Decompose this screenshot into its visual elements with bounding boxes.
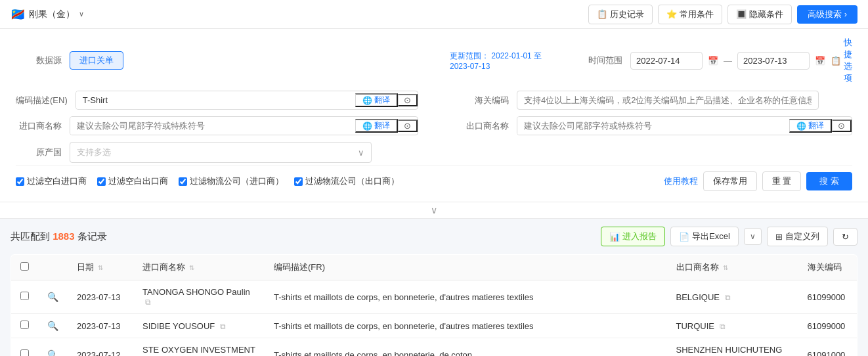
row-importer-copy-icon[interactable]: ⧉ (145, 298, 151, 307)
reset-button[interactable]: 重 置 (762, 171, 802, 191)
checkbox-filter-importer[interactable]: 过滤空白进口商 (16, 175, 87, 187)
calendar-start-icon[interactable]: 📅 (708, 56, 718, 66)
exporter-translate-button[interactable]: 🌐 翻译 (789, 119, 832, 133)
row-checkbox-cell (11, 280, 39, 314)
results-count: 共匹配到 1883 条记录 (11, 231, 107, 243)
results-prefix: 共匹配到 (11, 231, 50, 242)
th-desc-label: 编码描述(FR) (274, 262, 325, 272)
row-checkbox-cell (11, 314, 39, 338)
row-datasource-date: 数据源 进口关单 更新范围： 2022-01-01 至 2023-07-13 时… (16, 37, 852, 84)
exporter-copy-button[interactable]: ⊙ (832, 120, 852, 132)
datasource-section: 数据源 进口关单 (16, 51, 418, 70)
row-checkbox[interactable] (20, 292, 29, 300)
row-exporter-name: TURQUIE (676, 321, 715, 331)
region-selector[interactable]: 🇨🇩 刚果（金） ∨ (11, 7, 84, 22)
history-label: 历史记录 (610, 9, 644, 20)
th-date-sort[interactable]: 日期 ⇅ (77, 261, 124, 273)
checkbox-filter-logistics-import[interactable]: 过滤物流公司（进口商） (179, 175, 284, 187)
export-excel-button[interactable]: 📄 导出Excel (670, 227, 739, 246)
export-dropdown-button[interactable]: ∨ (744, 228, 762, 245)
checkbox-filter-logistics-export-input[interactable] (294, 177, 303, 186)
row-date: 2023-07-13 (68, 280, 133, 314)
origin-select[interactable]: 支持多选 ∨ (70, 142, 372, 163)
common-conditions-button[interactable]: ⭐ 常用条件 (658, 5, 722, 24)
checkbox-filter-logistics-import-input[interactable] (179, 177, 187, 186)
row-desc-hs: 编码描述(EN) 🌐 翻译 ⊙ 海关编码 (16, 91, 852, 110)
exporter-input[interactable] (517, 117, 789, 135)
quick-select-link[interactable]: 📋 快捷选项 (831, 37, 852, 84)
th-checkbox (11, 255, 39, 280)
results-actions: 📊 进入报告 📄 导出Excel ∨ ⊞ 自定义列 ↻ (601, 227, 857, 246)
tutorial-link[interactable]: 使用教程 (664, 175, 698, 187)
th-hs-label: 海关编码 (808, 262, 842, 272)
row-search-icon[interactable]: 🔍 (47, 292, 58, 302)
hs-code-section: 海关编码 (450, 91, 852, 110)
date-end-input[interactable] (737, 52, 810, 70)
row-search-icon[interactable]: 🔍 (47, 349, 58, 356)
search-button[interactable]: 搜 索 (806, 172, 852, 190)
hs-code-input[interactable] (517, 91, 819, 110)
collapse-arrow-icon[interactable]: ∨ (431, 205, 437, 215)
row-search-icon[interactable]: 🔍 (47, 321, 58, 331)
th-exporter[interactable]: 出口商名称 ⇅ (667, 255, 798, 280)
refresh-icon: ↻ (842, 232, 849, 242)
importer-sort-icon: ⇅ (189, 264, 194, 271)
th-exporter-sort[interactable]: 出口商名称 ⇅ (676, 261, 789, 273)
row-exporter-copy-icon[interactable]: ⧉ (720, 322, 726, 331)
row-exporter-copy-icon[interactable]: ⧉ (725, 293, 731, 302)
importer-input[interactable] (70, 117, 355, 135)
origin-label: 原产国 (16, 146, 62, 158)
date-start-input[interactable] (630, 52, 703, 70)
translate-icon: 🌐 (362, 96, 372, 105)
region-dropdown-icon[interactable]: ∨ (79, 10, 84, 18)
translate-button[interactable]: 🌐 翻译 (355, 93, 398, 107)
import-source-button[interactable]: 进口关单 (70, 51, 123, 70)
results-header: 共匹配到 1883 条记录 📊 进入报告 📄 导出Excel ∨ ⊞ 自定义列 … (11, 227, 857, 246)
importer-copy-icon: ⊙ (404, 121, 411, 131)
checkbox-filter-importer-label: 过滤空白进口商 (27, 175, 87, 187)
exporter-input-group: 🌐 翻译 ⊙ (517, 116, 852, 135)
save-common-button[interactable]: 保存常用 (703, 171, 757, 191)
refresh-button[interactable]: ↻ (833, 228, 857, 246)
th-date[interactable]: 日期 ⇅ (68, 255, 133, 280)
checkbox-filter-exporter[interactable]: 过滤空白出口商 (97, 175, 168, 187)
en-desc-section: 编码描述(EN) 🌐 翻译 ⊙ (16, 91, 418, 110)
en-desc-input[interactable] (76, 91, 355, 109)
exporter-sort-icon: ⇅ (723, 264, 728, 271)
results-section: 共匹配到 1883 条记录 📊 进入报告 📄 导出Excel ∨ ⊞ 自定义列 … (0, 219, 868, 356)
checkbox-filter-logistics-export[interactable]: 过滤物流公司（出口商） (294, 175, 399, 187)
importer-translate-button[interactable]: 🌐 翻译 (355, 119, 398, 133)
th-search-icon (38, 255, 68, 280)
exporter-copy-icon: ⊙ (838, 121, 845, 131)
row-importer: STE OXYGEN INVESTMENT ⧉ (133, 338, 265, 357)
row-checkbox[interactable] (20, 321, 29, 329)
flag-icon: 🇨🇩 (11, 7, 25, 22)
th-importer-sort[interactable]: 进口商名称 ⇅ (142, 261, 255, 273)
checkbox-filter-exporter-input[interactable] (97, 177, 106, 186)
importer-copy-button[interactable]: ⊙ (398, 120, 418, 132)
en-desc-copy-button[interactable]: ⊙ (398, 94, 418, 106)
select-all-checkbox[interactable] (20, 262, 29, 271)
th-date-label: 日期 (77, 261, 94, 273)
customize-cols-button[interactable]: ⊞ 自定义列 (767, 227, 828, 246)
results-table: 日期 ⇅ 进口商名称 ⇅ 编码描述(FR) 出口商名称 ⇅ (11, 254, 857, 356)
th-importer[interactable]: 进口商名称 ⇅ (133, 255, 265, 280)
row-checkbox[interactable] (20, 349, 29, 356)
enter-report-button[interactable]: 📊 进入报告 (601, 227, 665, 246)
row-importer-copy-icon[interactable]: ⧉ (220, 322, 226, 331)
quick-select-icon: 📋 (831, 56, 841, 66)
hide-conditions-button[interactable]: 🔳 隐藏条件 (727, 5, 792, 24)
calendar-end-icon[interactable]: 📅 (815, 56, 825, 66)
enter-report-label: 进入报告 (622, 231, 657, 242)
collapse-row[interactable]: ∨ (0, 202, 868, 219)
advanced-search-button[interactable]: 高级搜索 › (797, 5, 857, 24)
date-section: 更新范围： 2022-01-01 至 2023-07-13 时间范围 📅 — 📅… (450, 37, 852, 84)
star-icon: ⭐ (666, 9, 677, 19)
checkbox-filter-importer-input[interactable] (16, 177, 24, 186)
history-button[interactable]: 📋 历史记录 (588, 5, 653, 24)
filter-checkboxes-row: 过滤空白进口商 过滤空白出口商 过滤物流公司（进口商） 过滤物流公司（出口商） … (16, 166, 852, 191)
checkbox-filter-logistics-export-label: 过滤物流公司（出口商） (305, 175, 399, 187)
row-origin: 原产国 支持多选 ∨ (16, 142, 852, 163)
row-exporter-name: BELGIQUE (676, 292, 720, 302)
region-name: 刚果（金） (29, 9, 75, 20)
